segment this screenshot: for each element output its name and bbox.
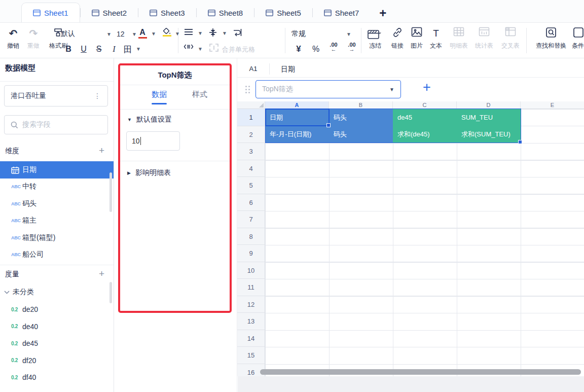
row-header[interactable]: 14 bbox=[237, 330, 265, 347]
row-header[interactable]: 7 bbox=[237, 211, 265, 228]
align-dropdown[interactable]: ▼ bbox=[198, 28, 203, 40]
currency-button[interactable]: ¥ bbox=[293, 43, 305, 55]
row-header[interactable]: 8 bbox=[237, 228, 265, 245]
cell-a2[interactable]: 年-月-日(日期) bbox=[265, 126, 329, 144]
indent-dropdown[interactable]: ▼ bbox=[198, 43, 203, 55]
underline-button[interactable]: U bbox=[78, 43, 89, 55]
tab-sheet8[interactable]: Sheet8 bbox=[197, 3, 254, 22]
default-value-section-header[interactable]: ▼ 默认值设置 bbox=[127, 115, 172, 124]
sidebar-item-measure[interactable]: 0.2 df20 bbox=[0, 352, 114, 369]
tab-sheet3[interactable]: Sheet3 bbox=[138, 3, 196, 22]
cell-b1[interactable]: 码头 bbox=[329, 109, 393, 126]
font-size-select[interactable]: 12▼ bbox=[117, 28, 137, 40]
row-header[interactable]: 11 bbox=[237, 279, 265, 296]
redo-button[interactable]: ↷ 重做 bbox=[23, 27, 44, 50]
decrease-decimal-button[interactable]: .00← bbox=[327, 42, 340, 52]
fill-color-dropdown[interactable]: ▼ bbox=[175, 28, 180, 40]
sidebar-scrollbar[interactable] bbox=[110, 282, 112, 303]
model-selector[interactable]: 港口吞吐量 ⋮ bbox=[4, 85, 108, 106]
sidebar-item-measure[interactable]: 0.2 de40 bbox=[0, 318, 114, 335]
default-value-input[interactable]: 10 bbox=[126, 131, 180, 151]
detail-table-section-header[interactable]: ▶ 影响明细表 bbox=[127, 168, 171, 177]
sidebar-item-dimension[interactable]: ABC 箱型(箱型) bbox=[0, 229, 114, 246]
row-header[interactable]: 9 bbox=[237, 245, 265, 262]
tab-sheet7[interactable]: Sheet7 bbox=[313, 3, 371, 22]
horizontal-scrollbar[interactable] bbox=[260, 369, 581, 375]
row-header[interactable]: 12 bbox=[237, 296, 265, 313]
sidebar-item-measure[interactable]: 0.2 de45 bbox=[0, 335, 114, 352]
sidebar-item-dimension[interactable]: ABC 船公司 bbox=[0, 246, 114, 263]
add-sheet-button[interactable]: + bbox=[379, 7, 386, 19]
tab-data[interactable]: 数据 bbox=[152, 90, 167, 99]
increase-decimal-button[interactable]: .00→ bbox=[345, 42, 358, 52]
fill-color-button[interactable] bbox=[160, 28, 173, 40]
column-header-e[interactable]: E bbox=[521, 101, 584, 109]
row-header[interactable]: 13 bbox=[237, 313, 265, 330]
drag-handle-icon[interactable] bbox=[245, 86, 250, 93]
cross-table-button[interactable]: 交叉表 bbox=[499, 27, 522, 50]
detail-table-button[interactable]: 明细表 bbox=[447, 27, 470, 50]
conditional-format-button[interactable]: 条件 bbox=[572, 27, 584, 50]
add-dimension-button[interactable]: + bbox=[99, 146, 104, 155]
sidebar-scrollbar[interactable] bbox=[110, 172, 112, 212]
sidebar-item-dimension[interactable]: ABC 码头 bbox=[0, 195, 114, 212]
row-header[interactable]: 1 bbox=[237, 109, 265, 126]
formula-bar[interactable]: 日期 bbox=[281, 61, 295, 77]
borders-button[interactable]: 田 bbox=[122, 43, 134, 55]
indent-button[interactable] bbox=[182, 43, 195, 55]
font-color-button[interactable]: A bbox=[136, 28, 149, 40]
merge-cells-button[interactable] bbox=[208, 43, 220, 55]
cell-d1[interactable]: SUM_TEU bbox=[457, 109, 521, 126]
undo-button[interactable]: ↶ 撤销 bbox=[3, 27, 23, 50]
column-header-d[interactable]: D bbox=[457, 101, 521, 109]
row-header[interactable]: 15 bbox=[237, 347, 265, 364]
tab-style[interactable]: 样式 bbox=[192, 90, 207, 99]
sidebar-item-measure[interactable]: 0.2 df40 bbox=[0, 369, 114, 386]
row-header[interactable]: 3 bbox=[237, 143, 265, 160]
sidebar-item-date[interactable]: 日期 bbox=[0, 161, 114, 179]
tab-sheet5[interactable]: Sheet5 bbox=[254, 3, 312, 22]
select-all-corner[interactable] bbox=[237, 101, 265, 109]
italic-button[interactable]: I bbox=[108, 43, 120, 55]
tab-sheet2[interactable]: Sheet2 bbox=[81, 3, 138, 22]
cell-c2[interactable]: 求和(de45) bbox=[393, 126, 457, 144]
sidebar-item-dimension[interactable]: ABC 箱主 bbox=[0, 212, 114, 229]
row-header[interactable]: 2 bbox=[237, 126, 265, 144]
link-button[interactable]: 链接 bbox=[388, 27, 407, 50]
row-header[interactable]: 4 bbox=[237, 160, 265, 177]
sidebar-item-dimension[interactable]: ABC 中转 bbox=[0, 178, 114, 195]
font-name-select[interactable]: 默认▼ bbox=[61, 28, 112, 40]
row-header[interactable]: 10 bbox=[237, 262, 265, 279]
column-header-c[interactable]: C bbox=[393, 101, 457, 109]
kebab-menu-icon[interactable]: ⋮ bbox=[94, 92, 101, 100]
text-button[interactable]: T 文本 bbox=[427, 27, 445, 50]
align-button[interactable] bbox=[182, 28, 195, 40]
tab-sheet1[interactable]: Sheet1 bbox=[21, 3, 80, 22]
bold-button[interactable]: B bbox=[63, 43, 74, 55]
find-replace-button[interactable]: 查找和替换 bbox=[529, 27, 573, 50]
stats-table-button[interactable]: 统计表 bbox=[472, 27, 496, 50]
font-color-dropdown[interactable]: ▼ bbox=[151, 28, 156, 40]
cell-c1[interactable]: de45 bbox=[393, 109, 457, 126]
number-format-select[interactable]: 常规▼ bbox=[291, 28, 351, 40]
column-header-b[interactable]: B bbox=[329, 101, 393, 109]
cell-name-box[interactable]: A1 bbox=[237, 61, 269, 77]
add-filter-button[interactable]: + bbox=[423, 81, 431, 94]
row-header[interactable]: 6 bbox=[237, 194, 265, 211]
borders-dropdown[interactable]: ▼ bbox=[136, 43, 141, 55]
cell-a1[interactable]: 日期 bbox=[265, 109, 329, 126]
row-header[interactable]: 5 bbox=[237, 177, 265, 194]
percent-button[interactable]: % bbox=[310, 43, 322, 55]
cell-b2[interactable]: 码头 bbox=[329, 126, 393, 144]
freeze-button[interactable]: 冻结 bbox=[363, 27, 387, 50]
vertical-align-dropdown[interactable]: ▼ bbox=[222, 28, 227, 40]
search-field-input[interactable]: 搜索字段 bbox=[4, 115, 108, 134]
wrap-text-button[interactable] bbox=[231, 28, 243, 40]
vertical-align-button[interactable] bbox=[207, 28, 219, 40]
add-measure-button[interactable]: + bbox=[99, 269, 104, 278]
column-header-a[interactable]: A bbox=[265, 101, 329, 109]
topn-filter-dropdown[interactable]: TopN筛选 ▼ bbox=[256, 80, 401, 98]
grid-cells[interactable] bbox=[265, 109, 584, 376]
image-button[interactable]: 图片 bbox=[408, 27, 426, 50]
sidebar-item-measure[interactable]: 0.2 de20 bbox=[0, 301, 114, 318]
